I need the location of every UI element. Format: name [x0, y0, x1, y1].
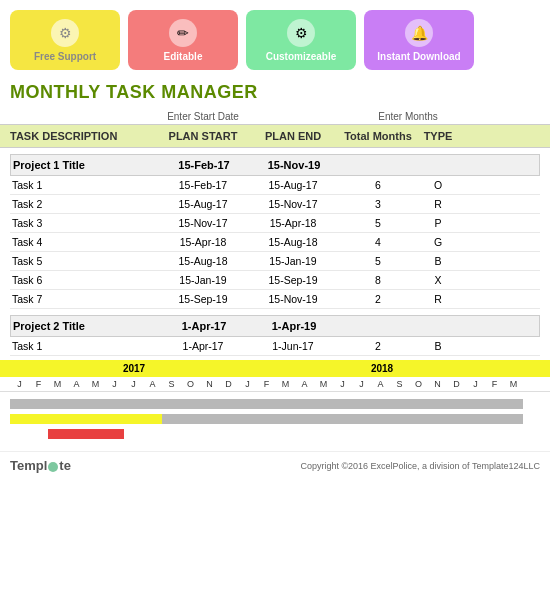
month-cell: J: [124, 379, 143, 389]
task-months: 3: [338, 198, 418, 210]
gantt-cell: [409, 399, 428, 409]
col-header-type: TYPE: [418, 130, 458, 142]
footer-copyright: Copyright ©2016 ExcelPolice, a division …: [300, 461, 540, 471]
month-cell: A: [67, 379, 86, 389]
month-cell: F: [485, 379, 504, 389]
month-cell: M: [504, 379, 523, 389]
gantt-cell: [143, 399, 162, 409]
gantt-cell: [409, 429, 428, 439]
gantt-cell: [10, 399, 29, 409]
gantt-cell: [276, 429, 295, 439]
table-row: Task 4 15-Apr-18 15-Aug-18 4 G: [10, 233, 540, 252]
gantt-row: [10, 428, 540, 440]
gantt-cell: [162, 399, 181, 409]
task-name: Task 7: [10, 293, 158, 305]
task-start: 15-Sep-19: [158, 293, 248, 305]
task-months: 5: [338, 255, 418, 267]
data-table: Project 1 Title 15-Feb-17 15-Nov-19 Task…: [0, 154, 550, 356]
task-type: O: [418, 179, 458, 191]
gantt-cell: [428, 429, 447, 439]
month-cell: O: [409, 379, 428, 389]
header-hints: Enter Start Date Enter Months: [0, 109, 550, 124]
task-months: 4: [338, 236, 418, 248]
badge-free-support-label: Free Support: [34, 51, 96, 62]
project-type: [419, 320, 459, 332]
task-end: 15-Jan-19: [248, 255, 338, 267]
gantt-cell: [67, 399, 86, 409]
month-cell: A: [143, 379, 162, 389]
gantt-cell: [257, 414, 276, 424]
task-name: Task 2: [10, 198, 158, 210]
month-cell: J: [105, 379, 124, 389]
month-cell: A: [295, 379, 314, 389]
task-name: Task 4: [10, 236, 158, 248]
gantt-cell: [86, 414, 105, 424]
month-cell: M: [276, 379, 295, 389]
month-cell: J: [10, 379, 29, 389]
month-cell: D: [219, 379, 238, 389]
badge-instant-download[interactable]: 🔔 Instant Download: [364, 10, 474, 70]
gantt-cell: [143, 414, 162, 424]
month-cell: M: [86, 379, 105, 389]
gantt-cell: [466, 414, 485, 424]
gantt-cell: [428, 414, 447, 424]
gantt-cell: [124, 399, 143, 409]
gantt-cell: [276, 399, 295, 409]
year-row: 2017 2018: [0, 360, 550, 377]
badge-free-support[interactable]: ⚙ Free Support: [10, 10, 120, 70]
month-cell: S: [162, 379, 181, 389]
task-type: B: [418, 255, 458, 267]
gantt-row: [10, 413, 540, 425]
gantt-cell: [29, 429, 48, 439]
task-end: 15-Nov-19: [248, 293, 338, 305]
month-cell: J: [333, 379, 352, 389]
month-cell: J: [238, 379, 257, 389]
task-type: B: [418, 340, 458, 352]
gantt-cell: [352, 429, 371, 439]
gantt-cell: [276, 414, 295, 424]
month-cell: M: [314, 379, 333, 389]
table-row: Task 2 15-Aug-17 15-Nov-17 3 R: [10, 195, 540, 214]
gantt-cell: [485, 414, 504, 424]
task-end: 15-Sep-19: [248, 274, 338, 286]
task-name: Task 3: [10, 217, 158, 229]
badge-editable[interactable]: ✏ Editable: [128, 10, 238, 70]
gantt-cell: [238, 414, 257, 424]
gantt-cell: [466, 399, 485, 409]
project-end: 1-Apr-19: [249, 320, 339, 332]
logo-dot: [48, 462, 58, 472]
task-end: 15-Apr-18: [248, 217, 338, 229]
gantt-cell: [29, 399, 48, 409]
task-months: 5: [338, 217, 418, 229]
month-cell: J: [352, 379, 371, 389]
gantt-cell: [504, 429, 523, 439]
task-start: 15-Apr-18: [158, 236, 248, 248]
gantt-cell: [181, 399, 200, 409]
customizeable-icon: ⚙: [287, 19, 315, 47]
gantt-cell: [485, 429, 504, 439]
project-row: Project 2 Title 1-Apr-17 1-Apr-19: [10, 315, 540, 337]
col-header-end: PLAN END: [248, 130, 338, 142]
badge-customizeable[interactable]: ⚙ Customizeable: [246, 10, 356, 70]
gantt-cell: [352, 399, 371, 409]
gantt-cell: [219, 429, 238, 439]
task-type: P: [418, 217, 458, 229]
gantt-cell: [314, 429, 333, 439]
badges-row: ⚙ Free Support ✏ Editable ⚙ Customizeabl…: [0, 0, 550, 78]
gantt-chart: [0, 392, 550, 447]
task-months: 8: [338, 274, 418, 286]
task-name: Task 1: [10, 340, 158, 352]
gantt-cell: [200, 429, 219, 439]
task-type: R: [418, 293, 458, 305]
gantt-cell: [238, 399, 257, 409]
badge-editable-label: Editable: [164, 51, 203, 62]
gantt-cell: [504, 399, 523, 409]
gantt-cell: [466, 429, 485, 439]
gantt-cell: [447, 399, 466, 409]
gantt-cell: [162, 429, 181, 439]
task-name: Task 5: [10, 255, 158, 267]
gantt-cell: [371, 429, 390, 439]
project-type: [419, 159, 459, 171]
gantt-cell: [371, 414, 390, 424]
gantt-cell: [67, 414, 86, 424]
